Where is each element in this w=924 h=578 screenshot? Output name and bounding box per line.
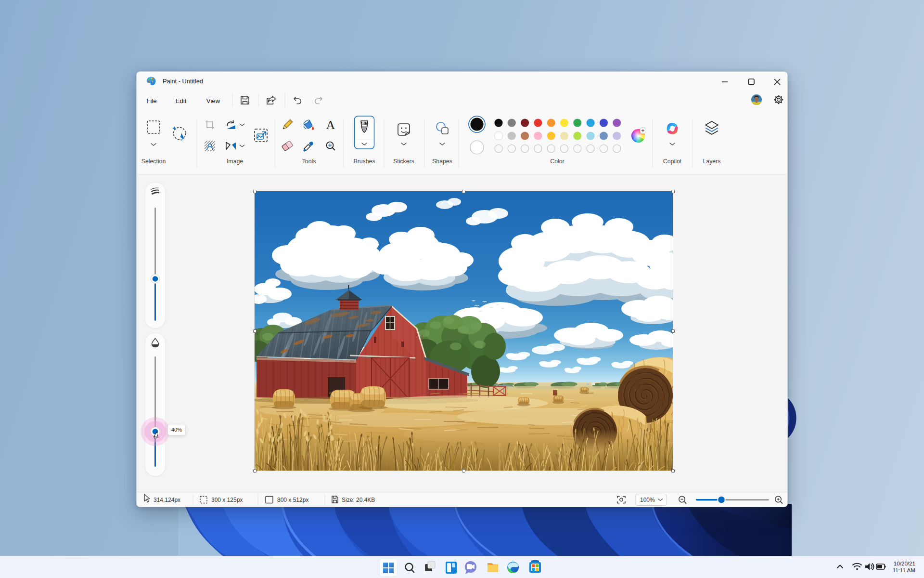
svg-text:Image: Image (227, 158, 243, 165)
svg-text:Color: Color (550, 158, 564, 165)
svg-text:Stickers: Stickers (393, 158, 414, 165)
svg-text:Size: 20.4KB: Size: 20.4KB (342, 497, 375, 503)
svg-text:A: A (326, 118, 335, 132)
svg-text:800 x 512px: 800 x 512px (277, 497, 308, 503)
svg-text:300 x 125px: 300 x 125px (211, 497, 243, 503)
svg-text:Layers: Layers (703, 158, 721, 165)
svg-text:314,124px: 314,124px (154, 497, 180, 503)
svg-text:Selection: Selection (141, 158, 166, 165)
svg-text:Brushes: Brushes (353, 158, 375, 165)
svg-text:Copilot: Copilot (663, 158, 682, 165)
svg-text:Shapes: Shapes (432, 158, 452, 165)
svg-text:Tools: Tools (302, 158, 316, 165)
svg-text:100%: 100% (640, 497, 655, 503)
